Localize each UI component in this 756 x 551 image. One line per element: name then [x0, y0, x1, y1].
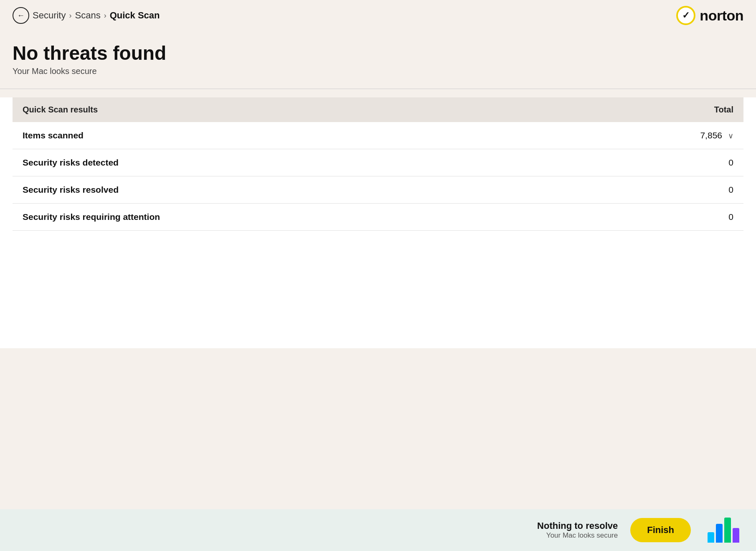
footer-subtitle: Your Mac looks secure [537, 531, 618, 540]
footer-bar: Nothing to resolve Your Mac looks secure… [0, 509, 756, 551]
norton-logo: norton [676, 6, 743, 25]
row-value: 0 [559, 176, 743, 203]
footer-text: Nothing to resolve Your Mac looks secure [537, 520, 618, 540]
bar-3 [724, 518, 731, 543]
chevron-down-icon[interactable]: ∨ [728, 131, 733, 140]
norton-check-icon [676, 6, 695, 25]
back-button[interactable]: ← [13, 7, 29, 24]
hero-subtitle: Your Mac looks secure [13, 66, 743, 76]
breadcrumb-sep-1: › [69, 11, 71, 20]
bars-icon [708, 518, 739, 543]
table-row: Security risks requiring attention0 [13, 203, 743, 230]
row-value: 0 [559, 149, 743, 176]
row-label: Security risks detected [13, 149, 559, 176]
row-label: Items scanned [13, 122, 559, 149]
row-label: Security risks resolved [13, 176, 559, 203]
breadcrumb-security[interactable]: Security [33, 10, 66, 21]
norton-logo-text: norton [700, 8, 743, 24]
divider [0, 89, 756, 89]
table-row: Security risks detected0 [13, 149, 743, 176]
table-row[interactable]: Items scanned7,856∨ [13, 122, 743, 149]
breadcrumb: ← Security › Scans › Quick Scan [13, 7, 160, 24]
table-row: Security risks resolved0 [13, 176, 743, 203]
col-total-header: Total [559, 97, 743, 122]
bar-4 [733, 528, 739, 543]
bar-1 [708, 532, 714, 543]
table-header-row: Quick Scan results Total [13, 97, 743, 122]
header: ← Security › Scans › Quick Scan norton [0, 0, 756, 31]
breadcrumb-sep-2: › [104, 11, 107, 20]
hero-title: No threats found [13, 43, 743, 64]
col-results-header: Quick Scan results [13, 97, 559, 122]
bar-2 [716, 524, 723, 543]
breadcrumb-quickscan: Quick Scan [110, 10, 160, 21]
finish-button[interactable]: Finish [630, 518, 691, 542]
row-value[interactable]: 7,856∨ [559, 122, 743, 149]
main-content: Quick Scan results Total Items scanned7,… [0, 97, 756, 348]
breadcrumb-scans[interactable]: Scans [75, 10, 100, 21]
footer-title: Nothing to resolve [537, 520, 618, 531]
hero-section: No threats found Your Mac looks secure [0, 31, 756, 84]
row-label: Security risks requiring attention [13, 203, 559, 230]
row-value: 0 [559, 203, 743, 230]
results-table: Quick Scan results Total Items scanned7,… [13, 97, 743, 231]
